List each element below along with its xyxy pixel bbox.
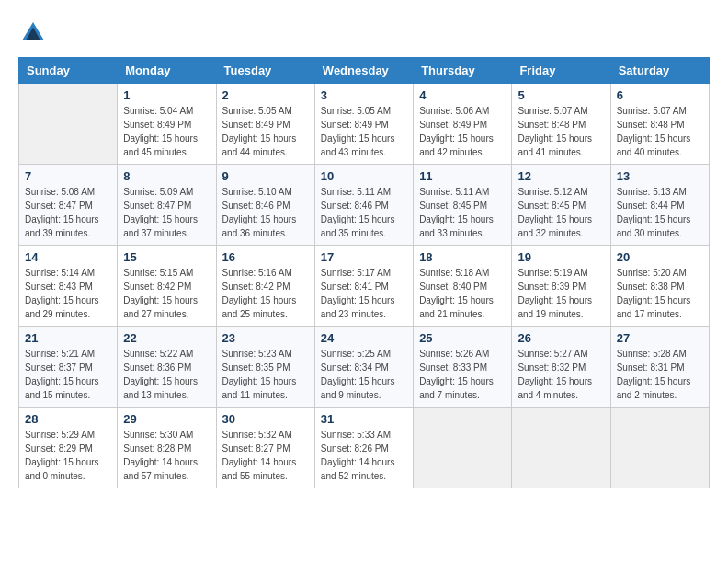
day-of-week-header: Thursday: [414, 58, 512, 84]
calendar-day-cell: 3Sunrise: 5:05 AM Sunset: 8:49 PM Daylig…: [314, 84, 413, 165]
calendar-day-cell: 1Sunrise: 5:04 AM Sunset: 8:49 PM Daylig…: [118, 84, 216, 165]
day-number: 5: [518, 88, 604, 102]
day-info: Sunrise: 5:32 AM Sunset: 8:27 PM Dayligh…: [222, 428, 309, 483]
calendar-day-cell: [414, 408, 512, 488]
day-number: 24: [321, 331, 407, 345]
day-info: Sunrise: 5:13 AM Sunset: 8:44 PM Dayligh…: [617, 185, 703, 240]
day-info: Sunrise: 5:14 AM Sunset: 8:43 PM Dayligh…: [25, 266, 111, 321]
page-header: [18, 18, 710, 48]
day-of-week-header: Monday: [118, 58, 216, 84]
day-number: 19: [518, 250, 604, 264]
day-number: 30: [222, 412, 309, 426]
calendar-day-cell: 2Sunrise: 5:05 AM Sunset: 8:49 PM Daylig…: [216, 84, 314, 165]
calendar-week-row: 1Sunrise: 5:04 AM Sunset: 8:49 PM Daylig…: [19, 84, 710, 165]
calendar-table: SundayMondayTuesdayWednesdayThursdayFrid…: [18, 57, 710, 488]
day-info: Sunrise: 5:27 AM Sunset: 8:32 PM Dayligh…: [518, 347, 604, 402]
day-number: 18: [419, 250, 506, 264]
calendar-day-cell: 31Sunrise: 5:33 AM Sunset: 8:26 PM Dayli…: [314, 408, 413, 488]
day-info: Sunrise: 5:22 AM Sunset: 8:36 PM Dayligh…: [123, 347, 210, 402]
calendar-week-row: 28Sunrise: 5:29 AM Sunset: 8:29 PM Dayli…: [19, 408, 710, 488]
calendar-day-cell: 14Sunrise: 5:14 AM Sunset: 8:43 PM Dayli…: [19, 246, 118, 327]
calendar-day-cell: 15Sunrise: 5:15 AM Sunset: 8:42 PM Dayli…: [118, 246, 216, 327]
calendar-day-cell: 29Sunrise: 5:30 AM Sunset: 8:28 PM Dayli…: [118, 408, 216, 488]
day-info: Sunrise: 5:17 AM Sunset: 8:41 PM Dayligh…: [321, 266, 407, 321]
day-info: Sunrise: 5:12 AM Sunset: 8:45 PM Dayligh…: [518, 185, 604, 240]
calendar-day-cell: 9Sunrise: 5:10 AM Sunset: 8:46 PM Daylig…: [216, 165, 314, 246]
day-number: 14: [25, 250, 111, 264]
day-info: Sunrise: 5:18 AM Sunset: 8:40 PM Dayligh…: [419, 266, 506, 321]
calendar-day-cell: [19, 84, 118, 165]
day-number: 3: [321, 88, 407, 102]
calendar-day-cell: 16Sunrise: 5:16 AM Sunset: 8:42 PM Dayli…: [216, 246, 314, 327]
day-of-week-header: Sunday: [19, 58, 118, 84]
day-info: Sunrise: 5:25 AM Sunset: 8:34 PM Dayligh…: [321, 347, 407, 402]
day-number: 23: [222, 331, 309, 345]
calendar-week-row: 7Sunrise: 5:08 AM Sunset: 8:47 PM Daylig…: [19, 165, 710, 246]
day-of-week-header: Wednesday: [314, 58, 413, 84]
calendar-day-cell: 22Sunrise: 5:22 AM Sunset: 8:36 PM Dayli…: [118, 327, 216, 408]
day-of-week-header: Friday: [512, 58, 610, 84]
day-info: Sunrise: 5:11 AM Sunset: 8:45 PM Dayligh…: [419, 185, 506, 240]
day-info: Sunrise: 5:04 AM Sunset: 8:49 PM Dayligh…: [123, 104, 210, 159]
calendar-day-cell: 19Sunrise: 5:19 AM Sunset: 8:39 PM Dayli…: [512, 246, 610, 327]
day-number: 17: [321, 250, 407, 264]
day-info: Sunrise: 5:23 AM Sunset: 8:35 PM Dayligh…: [222, 347, 309, 402]
day-info: Sunrise: 5:20 AM Sunset: 8:38 PM Dayligh…: [617, 266, 703, 321]
calendar-day-cell: 23Sunrise: 5:23 AM Sunset: 8:35 PM Dayli…: [216, 327, 314, 408]
day-of-week-header: Tuesday: [216, 58, 314, 84]
day-info: Sunrise: 5:08 AM Sunset: 8:47 PM Dayligh…: [25, 185, 111, 240]
calendar-day-cell: 28Sunrise: 5:29 AM Sunset: 8:29 PM Dayli…: [19, 408, 118, 488]
day-number: 6: [617, 88, 703, 102]
day-of-week-header: Saturday: [610, 58, 709, 84]
day-info: Sunrise: 5:21 AM Sunset: 8:37 PM Dayligh…: [25, 347, 111, 402]
calendar-day-cell: 10Sunrise: 5:11 AM Sunset: 8:46 PM Dayli…: [314, 165, 413, 246]
calendar-day-cell: [512, 408, 610, 488]
day-info: Sunrise: 5:26 AM Sunset: 8:33 PM Dayligh…: [419, 347, 506, 402]
day-info: Sunrise: 5:10 AM Sunset: 8:46 PM Dayligh…: [222, 185, 309, 240]
calendar-day-cell: 8Sunrise: 5:09 AM Sunset: 8:47 PM Daylig…: [118, 165, 216, 246]
calendar-day-cell: 24Sunrise: 5:25 AM Sunset: 8:34 PM Dayli…: [314, 327, 413, 408]
calendar-header-row: SundayMondayTuesdayWednesdayThursdayFrid…: [19, 58, 710, 84]
calendar-day-cell: 25Sunrise: 5:26 AM Sunset: 8:33 PM Dayli…: [414, 327, 512, 408]
calendar-day-cell: 26Sunrise: 5:27 AM Sunset: 8:32 PM Dayli…: [512, 327, 610, 408]
calendar-day-cell: 7Sunrise: 5:08 AM Sunset: 8:47 PM Daylig…: [19, 165, 118, 246]
calendar-day-cell: 6Sunrise: 5:07 AM Sunset: 8:48 PM Daylig…: [610, 84, 709, 165]
calendar-day-cell: 18Sunrise: 5:18 AM Sunset: 8:40 PM Dayli…: [414, 246, 512, 327]
day-number: 7: [25, 169, 111, 183]
day-info: Sunrise: 5:09 AM Sunset: 8:47 PM Dayligh…: [123, 185, 210, 240]
day-number: 9: [222, 169, 309, 183]
calendar-day-cell: 27Sunrise: 5:28 AM Sunset: 8:31 PM Dayli…: [610, 327, 709, 408]
day-number: 31: [321, 412, 407, 426]
day-number: 11: [419, 169, 506, 183]
day-info: Sunrise: 5:07 AM Sunset: 8:48 PM Dayligh…: [518, 104, 604, 159]
day-info: Sunrise: 5:28 AM Sunset: 8:31 PM Dayligh…: [617, 347, 703, 402]
day-info: Sunrise: 5:07 AM Sunset: 8:48 PM Dayligh…: [617, 104, 703, 159]
day-number: 25: [419, 331, 506, 345]
day-number: 1: [123, 88, 210, 102]
day-number: 10: [321, 169, 407, 183]
day-number: 12: [518, 169, 604, 183]
calendar-day-cell: 11Sunrise: 5:11 AM Sunset: 8:45 PM Dayli…: [414, 165, 512, 246]
calendar-day-cell: 5Sunrise: 5:07 AM Sunset: 8:48 PM Daylig…: [512, 84, 610, 165]
calendar-day-cell: 20Sunrise: 5:20 AM Sunset: 8:38 PM Dayli…: [610, 246, 709, 327]
calendar-day-cell: [610, 408, 709, 488]
day-number: 26: [518, 331, 604, 345]
calendar-day-cell: 30Sunrise: 5:32 AM Sunset: 8:27 PM Dayli…: [216, 408, 314, 488]
day-info: Sunrise: 5:16 AM Sunset: 8:42 PM Dayligh…: [222, 266, 309, 321]
day-number: 29: [123, 412, 210, 426]
calendar-day-cell: 12Sunrise: 5:12 AM Sunset: 8:45 PM Dayli…: [512, 165, 610, 246]
day-info: Sunrise: 5:15 AM Sunset: 8:42 PM Dayligh…: [123, 266, 210, 321]
day-info: Sunrise: 5:05 AM Sunset: 8:49 PM Dayligh…: [321, 104, 407, 159]
calendar-day-cell: 4Sunrise: 5:06 AM Sunset: 8:49 PM Daylig…: [414, 84, 512, 165]
day-number: 21: [25, 331, 111, 345]
day-number: 22: [123, 331, 210, 345]
day-info: Sunrise: 5:06 AM Sunset: 8:49 PM Dayligh…: [419, 104, 506, 159]
day-number: 2: [222, 88, 309, 102]
day-info: Sunrise: 5:19 AM Sunset: 8:39 PM Dayligh…: [518, 266, 604, 321]
day-number: 13: [617, 169, 703, 183]
day-info: Sunrise: 5:30 AM Sunset: 8:28 PM Dayligh…: [123, 428, 210, 483]
calendar-week-row: 21Sunrise: 5:21 AM Sunset: 8:37 PM Dayli…: [19, 327, 710, 408]
day-number: 16: [222, 250, 309, 264]
day-number: 4: [419, 88, 506, 102]
logo: [18, 18, 51, 48]
